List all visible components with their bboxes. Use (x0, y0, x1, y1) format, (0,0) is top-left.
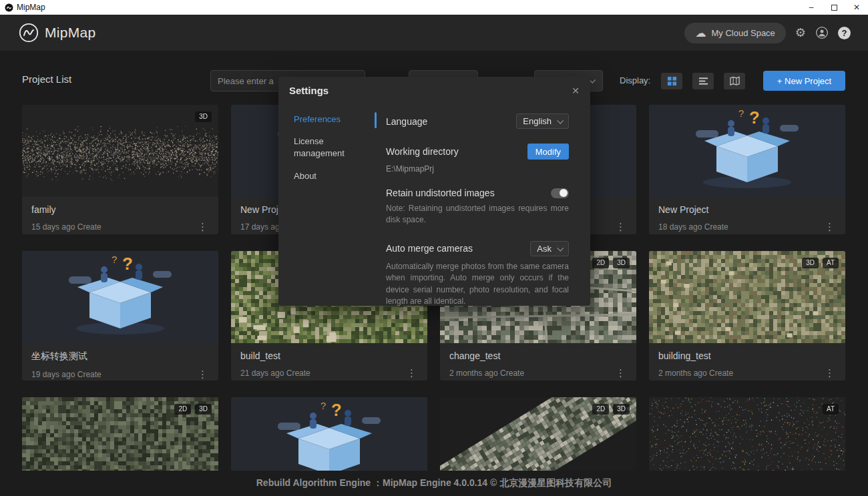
help-button[interactable]: ? (838, 27, 851, 39)
badge-at: AT (823, 258, 839, 268)
placeholder-illustration (649, 105, 845, 197)
toggle-knob (560, 189, 568, 197)
project-name: change_test (449, 350, 627, 361)
settings-tab-license[interactable]: License management (294, 136, 375, 160)
badge-at: AT (823, 404, 839, 415)
kebab-menu-icon[interactable]: ⋮ (196, 221, 209, 233)
os-titlebar: MipMap – ✕ (0, 0, 868, 15)
list-view-button[interactable] (692, 73, 714, 89)
badge-2d: 2D (174, 404, 191, 415)
project-meta: 15 days ago Create (31, 222, 101, 232)
modify-button[interactable]: Modify (527, 144, 569, 160)
project-meta: 2 months ago Create (449, 368, 524, 378)
badge-2d: 2D (592, 258, 609, 268)
minimize-button[interactable]: – (800, 0, 823, 15)
kebab-menu-icon[interactable]: ⋮ (614, 221, 627, 233)
list-icon (698, 76, 708, 86)
brand-logo-icon (19, 23, 39, 43)
new-project-button[interactable]: + New Project (763, 71, 845, 91)
retain-undistorted-toggle[interactable] (551, 188, 569, 198)
auto-merge-description: Automatically merge photos from the same… (386, 261, 569, 308)
language-select[interactable]: English (516, 113, 569, 129)
project-meta: 19 days ago Create (31, 370, 101, 379)
badge-3d: 3D (613, 258, 630, 268)
project-name: building_test (658, 350, 836, 361)
auto-merge-value: Ask (537, 244, 552, 254)
cloud-space-button[interactable]: ☁ My Cloud Space (684, 23, 785, 43)
maximize-icon (831, 5, 837, 11)
app-header: MipMap ☁ My Cloud Space ⚙ ? (0, 15, 868, 51)
working-directory-value: E:\MipmapPrj (386, 164, 569, 174)
chevron-down-icon (557, 117, 564, 124)
settings-content: Language English Working directory Modif… (386, 113, 569, 307)
close-icon[interactable]: ✕ (572, 85, 580, 96)
project-name: New Project (658, 204, 836, 215)
settings-tab-about[interactable]: About (294, 170, 375, 182)
settings-title: Settings (289, 85, 329, 96)
project-meta: 18 days ago Create (658, 222, 728, 232)
settings-nav: Preferences License management About (294, 113, 375, 307)
project-card-coordinate-test[interactable]: 坐标转换测试 19 days ago Create⋮ (22, 251, 218, 381)
settings-dialog: Settings ✕ Preferences License managemen… (278, 77, 590, 306)
project-card-family[interactable]: 3D family 15 days ago Create⋮ (22, 105, 218, 234)
window-title: MipMap (17, 3, 45, 12)
grid-view-button[interactable] (661, 73, 682, 89)
project-thumbnail (22, 251, 218, 343)
kebab-menu-icon[interactable]: ⋮ (196, 368, 209, 381)
working-directory-label: Working directory (386, 146, 459, 157)
display-label: Display: (620, 75, 650, 85)
app-icon (5, 3, 13, 12)
close-window-button[interactable]: ✕ (845, 0, 868, 15)
project-meta: 21 days ago Create (240, 368, 310, 378)
badge-3d: 3D (613, 404, 630, 415)
kebab-menu-icon[interactable]: ⋮ (823, 367, 836, 379)
grid-icon (667, 76, 677, 86)
project-card-new-project-2[interactable]: New Project 18 days ago Create⋮ (649, 105, 845, 234)
project-meta: 2 months ago Create (658, 368, 733, 378)
retain-undistorted-label: Retain undistorted images (386, 188, 495, 198)
project-name: 坐标转换测试 (31, 350, 209, 362)
badge-3d: 3D (195, 404, 212, 415)
kebab-menu-icon[interactable]: ⋮ (823, 221, 836, 233)
cloud-space-label: My Cloud Space (711, 28, 775, 38)
project-name: build_test (240, 350, 418, 361)
maximize-button[interactable] (823, 0, 845, 15)
auto-merge-label: Auto merge cameras (386, 243, 473, 254)
auto-merge-select[interactable]: Ask (530, 241, 569, 256)
settings-gear-icon[interactable]: ⚙ (795, 25, 806, 40)
settings-tab-preferences[interactable]: Preferences (294, 113, 375, 126)
language-value: English (523, 116, 552, 126)
badge-3d: 3D (802, 258, 819, 268)
map-view-button[interactable] (724, 73, 745, 89)
project-name: family (31, 204, 209, 215)
kebab-menu-icon[interactable]: ⋮ (405, 367, 418, 379)
brand-name: MipMap (45, 25, 96, 41)
cloud-icon: ☁ (695, 27, 706, 39)
chevron-down-icon (557, 245, 564, 252)
kebab-menu-icon[interactable]: ⋮ (614, 367, 627, 379)
project-card-building-test[interactable]: 3D AT building_test 2 months ago Create⋮ (649, 251, 845, 381)
project-thumbnail: 3D AT (649, 251, 845, 343)
badge-3d: 3D (195, 111, 212, 122)
badge-2d: 2D (592, 404, 609, 415)
language-label: Language (386, 116, 427, 127)
engine-version-text: Rebuild Algorithm Engine ：MipMap Engine … (256, 477, 612, 489)
map-icon (730, 76, 740, 86)
project-thumbnail: 3D (22, 105, 218, 197)
placeholder-illustration (22, 251, 218, 343)
project-thumbnail (649, 105, 845, 197)
retain-note: Note: Retaining undistorted images requi… (386, 203, 569, 226)
user-avatar-icon[interactable] (815, 26, 829, 39)
footer: Rebuild Algorithm Engine ：MipMap Engine … (0, 471, 868, 496)
page-title: Project List (22, 73, 71, 85)
